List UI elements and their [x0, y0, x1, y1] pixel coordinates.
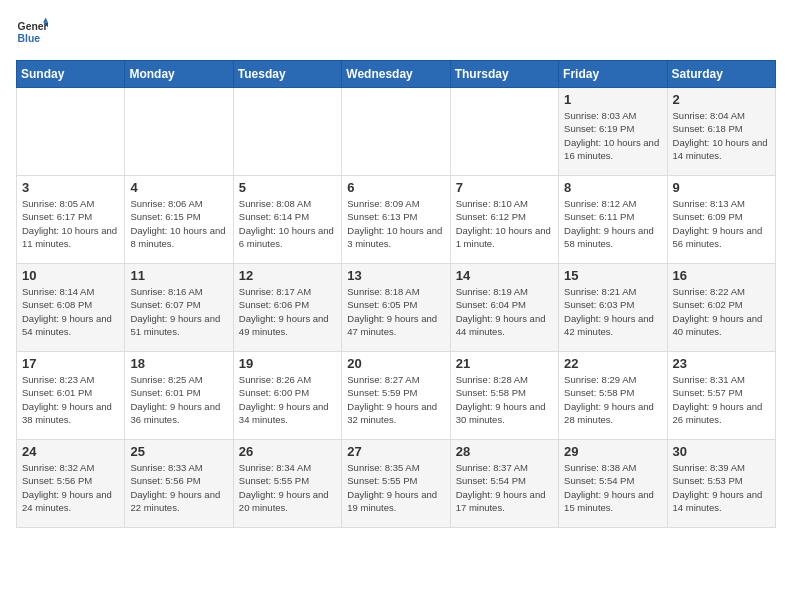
calendar-cell: 15Sunrise: 8:21 AM Sunset: 6:03 PM Dayli… — [559, 264, 667, 352]
weekday-header-monday: Monday — [125, 61, 233, 88]
day-number: 4 — [130, 180, 227, 195]
svg-marker-2 — [43, 18, 48, 23]
calendar-cell: 13Sunrise: 8:18 AM Sunset: 6:05 PM Dayli… — [342, 264, 450, 352]
calendar-cell: 2Sunrise: 8:04 AM Sunset: 6:18 PM Daylig… — [667, 88, 775, 176]
day-info: Sunrise: 8:10 AM Sunset: 6:12 PM Dayligh… — [456, 197, 553, 250]
calendar-cell: 5Sunrise: 8:08 AM Sunset: 6:14 PM Daylig… — [233, 176, 341, 264]
calendar-cell: 25Sunrise: 8:33 AM Sunset: 5:56 PM Dayli… — [125, 440, 233, 528]
day-number: 17 — [22, 356, 119, 371]
logo-icon: General Blue — [16, 16, 48, 48]
calendar-week-2: 3Sunrise: 8:05 AM Sunset: 6:17 PM Daylig… — [17, 176, 776, 264]
day-info: Sunrise: 8:28 AM Sunset: 5:58 PM Dayligh… — [456, 373, 553, 426]
day-info: Sunrise: 8:18 AM Sunset: 6:05 PM Dayligh… — [347, 285, 444, 338]
day-number: 8 — [564, 180, 661, 195]
weekday-header-row: SundayMondayTuesdayWednesdayThursdayFrid… — [17, 61, 776, 88]
day-info: Sunrise: 8:22 AM Sunset: 6:02 PM Dayligh… — [673, 285, 770, 338]
day-info: Sunrise: 8:31 AM Sunset: 5:57 PM Dayligh… — [673, 373, 770, 426]
calendar-cell: 7Sunrise: 8:10 AM Sunset: 6:12 PM Daylig… — [450, 176, 558, 264]
day-number: 27 — [347, 444, 444, 459]
weekday-header-thursday: Thursday — [450, 61, 558, 88]
day-number: 29 — [564, 444, 661, 459]
calendar-cell: 8Sunrise: 8:12 AM Sunset: 6:11 PM Daylig… — [559, 176, 667, 264]
day-info: Sunrise: 8:13 AM Sunset: 6:09 PM Dayligh… — [673, 197, 770, 250]
calendar-cell: 9Sunrise: 8:13 AM Sunset: 6:09 PM Daylig… — [667, 176, 775, 264]
day-number: 30 — [673, 444, 770, 459]
calendar-cell: 3Sunrise: 8:05 AM Sunset: 6:17 PM Daylig… — [17, 176, 125, 264]
calendar-cell — [233, 88, 341, 176]
day-number: 20 — [347, 356, 444, 371]
calendar-cell: 4Sunrise: 8:06 AM Sunset: 6:15 PM Daylig… — [125, 176, 233, 264]
calendar-cell: 24Sunrise: 8:32 AM Sunset: 5:56 PM Dayli… — [17, 440, 125, 528]
day-number: 13 — [347, 268, 444, 283]
day-info: Sunrise: 8:32 AM Sunset: 5:56 PM Dayligh… — [22, 461, 119, 514]
day-info: Sunrise: 8:35 AM Sunset: 5:55 PM Dayligh… — [347, 461, 444, 514]
weekday-header-tuesday: Tuesday — [233, 61, 341, 88]
day-info: Sunrise: 8:03 AM Sunset: 6:19 PM Dayligh… — [564, 109, 661, 162]
day-info: Sunrise: 8:06 AM Sunset: 6:15 PM Dayligh… — [130, 197, 227, 250]
day-number: 6 — [347, 180, 444, 195]
day-number: 18 — [130, 356, 227, 371]
day-info: Sunrise: 8:33 AM Sunset: 5:56 PM Dayligh… — [130, 461, 227, 514]
day-number: 22 — [564, 356, 661, 371]
day-number: 1 — [564, 92, 661, 107]
day-number: 19 — [239, 356, 336, 371]
day-info: Sunrise: 8:26 AM Sunset: 6:00 PM Dayligh… — [239, 373, 336, 426]
day-info: Sunrise: 8:37 AM Sunset: 5:54 PM Dayligh… — [456, 461, 553, 514]
page-header: General Blue — [16, 16, 776, 48]
calendar-cell: 28Sunrise: 8:37 AM Sunset: 5:54 PM Dayli… — [450, 440, 558, 528]
calendar-cell: 1Sunrise: 8:03 AM Sunset: 6:19 PM Daylig… — [559, 88, 667, 176]
day-info: Sunrise: 8:38 AM Sunset: 5:54 PM Dayligh… — [564, 461, 661, 514]
day-number: 5 — [239, 180, 336, 195]
day-number: 9 — [673, 180, 770, 195]
svg-text:General: General — [18, 21, 48, 32]
calendar-cell: 30Sunrise: 8:39 AM Sunset: 5:53 PM Dayli… — [667, 440, 775, 528]
calendar-week-4: 17Sunrise: 8:23 AM Sunset: 6:01 PM Dayli… — [17, 352, 776, 440]
day-number: 24 — [22, 444, 119, 459]
day-number: 26 — [239, 444, 336, 459]
day-info: Sunrise: 8:25 AM Sunset: 6:01 PM Dayligh… — [130, 373, 227, 426]
calendar-cell: 27Sunrise: 8:35 AM Sunset: 5:55 PM Dayli… — [342, 440, 450, 528]
day-number: 25 — [130, 444, 227, 459]
calendar-cell — [342, 88, 450, 176]
calendar-cell — [17, 88, 125, 176]
day-info: Sunrise: 8:17 AM Sunset: 6:06 PM Dayligh… — [239, 285, 336, 338]
calendar-cell: 18Sunrise: 8:25 AM Sunset: 6:01 PM Dayli… — [125, 352, 233, 440]
calendar-cell: 19Sunrise: 8:26 AM Sunset: 6:00 PM Dayli… — [233, 352, 341, 440]
day-number: 11 — [130, 268, 227, 283]
day-info: Sunrise: 8:16 AM Sunset: 6:07 PM Dayligh… — [130, 285, 227, 338]
calendar-cell — [450, 88, 558, 176]
calendar-week-1: 1Sunrise: 8:03 AM Sunset: 6:19 PM Daylig… — [17, 88, 776, 176]
day-info: Sunrise: 8:14 AM Sunset: 6:08 PM Dayligh… — [22, 285, 119, 338]
calendar-cell: 10Sunrise: 8:14 AM Sunset: 6:08 PM Dayli… — [17, 264, 125, 352]
day-info: Sunrise: 8:23 AM Sunset: 6:01 PM Dayligh… — [22, 373, 119, 426]
calendar-cell: 21Sunrise: 8:28 AM Sunset: 5:58 PM Dayli… — [450, 352, 558, 440]
day-number: 14 — [456, 268, 553, 283]
day-info: Sunrise: 8:04 AM Sunset: 6:18 PM Dayligh… — [673, 109, 770, 162]
weekday-header-wednesday: Wednesday — [342, 61, 450, 88]
day-number: 28 — [456, 444, 553, 459]
logo: General Blue — [16, 16, 48, 48]
day-info: Sunrise: 8:12 AM Sunset: 6:11 PM Dayligh… — [564, 197, 661, 250]
calendar-cell: 17Sunrise: 8:23 AM Sunset: 6:01 PM Dayli… — [17, 352, 125, 440]
day-info: Sunrise: 8:29 AM Sunset: 5:58 PM Dayligh… — [564, 373, 661, 426]
svg-text:Blue: Blue — [18, 33, 41, 44]
day-info: Sunrise: 8:09 AM Sunset: 6:13 PM Dayligh… — [347, 197, 444, 250]
calendar-cell: 22Sunrise: 8:29 AM Sunset: 5:58 PM Dayli… — [559, 352, 667, 440]
calendar-week-3: 10Sunrise: 8:14 AM Sunset: 6:08 PM Dayli… — [17, 264, 776, 352]
calendar-cell: 20Sunrise: 8:27 AM Sunset: 5:59 PM Dayli… — [342, 352, 450, 440]
day-info: Sunrise: 8:39 AM Sunset: 5:53 PM Dayligh… — [673, 461, 770, 514]
day-info: Sunrise: 8:19 AM Sunset: 6:04 PM Dayligh… — [456, 285, 553, 338]
day-number: 16 — [673, 268, 770, 283]
day-info: Sunrise: 8:27 AM Sunset: 5:59 PM Dayligh… — [347, 373, 444, 426]
day-info: Sunrise: 8:34 AM Sunset: 5:55 PM Dayligh… — [239, 461, 336, 514]
weekday-header-friday: Friday — [559, 61, 667, 88]
day-info: Sunrise: 8:21 AM Sunset: 6:03 PM Dayligh… — [564, 285, 661, 338]
calendar-cell — [125, 88, 233, 176]
calendar-cell: 16Sunrise: 8:22 AM Sunset: 6:02 PM Dayli… — [667, 264, 775, 352]
day-number: 21 — [456, 356, 553, 371]
day-info: Sunrise: 8:08 AM Sunset: 6:14 PM Dayligh… — [239, 197, 336, 250]
calendar-table: SundayMondayTuesdayWednesdayThursdayFrid… — [16, 60, 776, 528]
calendar-cell: 12Sunrise: 8:17 AM Sunset: 6:06 PM Dayli… — [233, 264, 341, 352]
calendar-cell: 26Sunrise: 8:34 AM Sunset: 5:55 PM Dayli… — [233, 440, 341, 528]
calendar-cell: 14Sunrise: 8:19 AM Sunset: 6:04 PM Dayli… — [450, 264, 558, 352]
